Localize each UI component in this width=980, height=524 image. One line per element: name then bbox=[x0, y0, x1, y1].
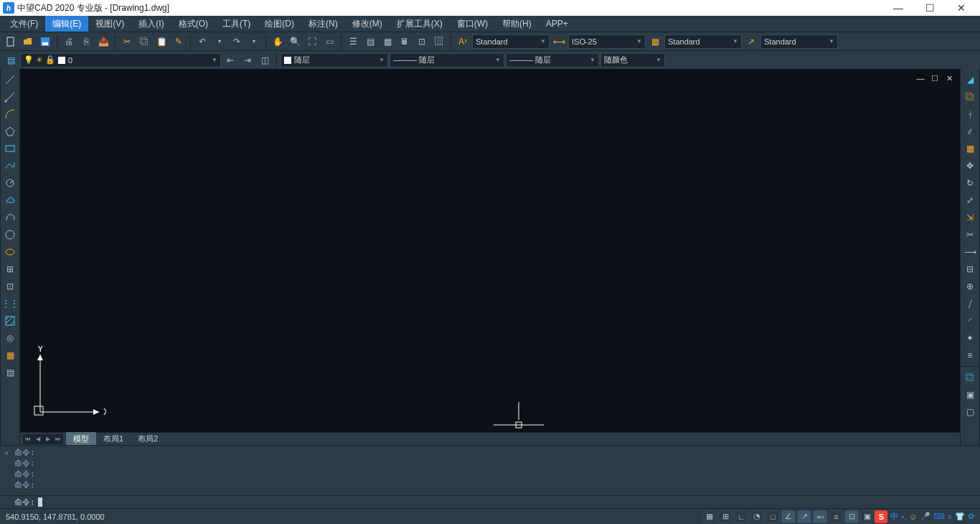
maximize-button[interactable]: ☐ bbox=[914, 0, 946, 16]
menu-9[interactable]: 扩展工具(X) bbox=[390, 16, 450, 32]
share-icon[interactable]: ⎘ bbox=[78, 34, 94, 50]
copy-obj-icon[interactable]: ⿻ bbox=[962, 89, 978, 105]
properties-icon[interactable]: ☰ bbox=[345, 34, 361, 50]
text-style-dropdown[interactable]: Standard▼ bbox=[472, 34, 550, 49]
osnap-toggle[interactable]: □ bbox=[765, 510, 780, 523]
zoom-extents-icon[interactable]: ▭ bbox=[321, 34, 337, 50]
tab-first-icon[interactable]: ⏮ bbox=[23, 434, 33, 444]
ime-opt7-icon[interactable]: ✿ bbox=[968, 512, 974, 521]
hatch-icon[interactable] bbox=[2, 313, 18, 329]
offset-icon[interactable]: ⫽ bbox=[962, 123, 978, 139]
menu-4[interactable]: 格式(O) bbox=[171, 16, 215, 32]
draw-order-icon[interactable]: ⿻ bbox=[962, 370, 978, 385]
rotate-icon[interactable]: ↻ bbox=[962, 175, 978, 191]
close-button[interactable]: ✕ bbox=[946, 0, 977, 16]
array-icon[interactable]: ▦ bbox=[962, 141, 978, 156]
copy-icon[interactable]: ⿻ bbox=[136, 34, 152, 50]
ime-opt2-icon[interactable]: ☺ bbox=[909, 513, 917, 521]
otrack-toggle[interactable]: ∠ bbox=[781, 510, 796, 523]
palette-icon[interactable]: ▤ bbox=[362, 34, 378, 50]
table-style-icon[interactable]: ▦ bbox=[647, 34, 663, 50]
point-icon[interactable]: ⋮⋮ bbox=[2, 296, 18, 312]
qselect-icon[interactable]: ⊡ bbox=[414, 34, 430, 50]
doc-maximize-icon[interactable]: ☐ bbox=[930, 73, 940, 83]
group-icon[interactable]: ▣ bbox=[962, 387, 978, 403]
text-style-icon[interactable]: Aʸ bbox=[455, 34, 471, 50]
menu-0[interactable]: 文件(F) bbox=[3, 16, 45, 32]
dim-style-icon[interactable]: ⟷ bbox=[551, 34, 567, 50]
mtext-icon[interactable]: ▤ bbox=[2, 365, 18, 380]
grid-toggle[interactable]: ▦ bbox=[702, 510, 717, 523]
ellipse-icon[interactable] bbox=[2, 244, 18, 260]
tab-last-icon[interactable]: ⏭ bbox=[53, 434, 63, 444]
tab-prev-icon[interactable]: ◀ bbox=[33, 434, 43, 444]
dim-style-dropdown[interactable]: ISO-25▼ bbox=[568, 34, 646, 49]
ime-opt1-icon[interactable]: •, bbox=[901, 513, 906, 521]
menu-3[interactable]: 插入(I) bbox=[131, 16, 171, 32]
print-icon[interactable]: 🖨 bbox=[61, 34, 77, 50]
doc-close-icon[interactable]: ✕ bbox=[944, 73, 954, 83]
extend-icon[interactable]: ⟶ bbox=[962, 244, 978, 260]
ellipse-arc-icon[interactable] bbox=[2, 175, 18, 191]
mleader-style-icon[interactable]: ↗ bbox=[743, 34, 759, 50]
region-icon[interactable]: ◎ bbox=[2, 330, 18, 346]
zoom-icon[interactable]: 🔍 bbox=[287, 34, 303, 50]
menu-11[interactable]: 帮助(H) bbox=[495, 16, 539, 32]
insert-block-icon[interactable]: ⊞ bbox=[2, 261, 18, 277]
drawing-canvas[interactable]: — ☐ ✕ X Y bbox=[20, 69, 960, 432]
menu-8[interactable]: 修改(M) bbox=[345, 16, 390, 32]
layer-previous-icon[interactable]: ⇤ bbox=[222, 52, 238, 68]
model-space-toggle[interactable]: ▣ bbox=[860, 510, 875, 523]
match-props-icon[interactable]: ✎ bbox=[171, 34, 187, 50]
chamfer-icon[interactable]: ⧸ bbox=[962, 296, 978, 312]
layout-tab-1[interactable]: 布局1 bbox=[96, 432, 131, 446]
qp-toggle[interactable]: ≡ bbox=[829, 510, 843, 523]
table-icon[interactable]: ▦ bbox=[2, 347, 18, 363]
save-file-icon[interactable] bbox=[37, 34, 53, 50]
ime-opt6-icon[interactable]: 👕 bbox=[955, 512, 965, 521]
ime-opt4-icon[interactable]: ⌨ bbox=[933, 512, 945, 521]
layout-tab-2[interactable]: 布局2 bbox=[131, 432, 165, 446]
layer-manager-icon[interactable]: ▤ bbox=[3, 52, 19, 68]
linetype-dropdown[interactable]: ——— 随层▼ bbox=[390, 53, 504, 67]
menu-12[interactable]: APP+ bbox=[539, 17, 575, 31]
redo-dropdown-icon[interactable]: ▾ bbox=[246, 34, 262, 50]
ray-icon[interactable] bbox=[2, 89, 18, 105]
menu-5[interactable]: 工具(T) bbox=[215, 16, 258, 32]
spline-icon[interactable] bbox=[2, 158, 18, 174]
lineweight-dropdown[interactable]: ——— 随层▼ bbox=[506, 53, 599, 67]
undo-dropdown-icon[interactable]: ▾ bbox=[212, 34, 227, 50]
menu-10[interactable]: 窗口(W) bbox=[450, 16, 495, 32]
tab-next-icon[interactable]: ▶ bbox=[43, 434, 53, 444]
menu-1[interactable]: 编辑(E) bbox=[45, 16, 88, 32]
layout-tab-0[interactable]: 模型 bbox=[66, 432, 96, 446]
arc-icon[interactable] bbox=[2, 106, 18, 122]
ime-opt5-icon[interactable]: ≡ bbox=[948, 513, 952, 521]
ungroup-icon[interactable]: ▢ bbox=[962, 404, 978, 420]
layer-dropdown[interactable]: 💡 ☀ 🔓 0 ▼ bbox=[20, 53, 221, 67]
join-icon[interactable]: ⊕ bbox=[962, 279, 978, 294]
fillet-icon[interactable]: ◜ bbox=[962, 313, 978, 329]
tool-palettes-icon[interactable]: ⿲ bbox=[431, 34, 447, 50]
cut-icon[interactable]: ✂ bbox=[119, 34, 135, 50]
snap-toggle[interactable]: ⊞ bbox=[718, 510, 732, 523]
scale-icon[interactable]: ⤢ bbox=[962, 192, 978, 208]
stretch-icon[interactable]: ⇲ bbox=[962, 210, 978, 225]
menu-6[interactable]: 绘图(D) bbox=[258, 16, 301, 32]
align-icon[interactable]: ≡ bbox=[962, 347, 978, 363]
donut-icon[interactable] bbox=[2, 210, 18, 225]
doc-minimize-icon[interactable]: — bbox=[915, 73, 925, 83]
polygon-icon[interactable] bbox=[2, 123, 18, 139]
menu-2[interactable]: 视图(V) bbox=[88, 16, 131, 32]
move-icon[interactable]: ✥ bbox=[962, 158, 978, 174]
cloud-icon[interactable] bbox=[2, 192, 18, 208]
zoom-window-icon[interactable]: ⛶ bbox=[304, 34, 320, 50]
trim-icon[interactable]: ✂ bbox=[962, 227, 978, 243]
table-style-dropdown[interactable]: Standard▼ bbox=[664, 34, 742, 49]
color-dropdown[interactable]: 随层 ▼ bbox=[281, 53, 388, 67]
layer-walk-icon[interactable]: ◫ bbox=[257, 52, 273, 68]
publish-icon[interactable]: 📤 bbox=[95, 34, 111, 50]
dyn-toggle[interactable]: ↗ bbox=[797, 510, 811, 523]
open-file-icon[interactable] bbox=[20, 34, 36, 50]
erase-icon[interactable]: ◢ bbox=[962, 72, 978, 88]
